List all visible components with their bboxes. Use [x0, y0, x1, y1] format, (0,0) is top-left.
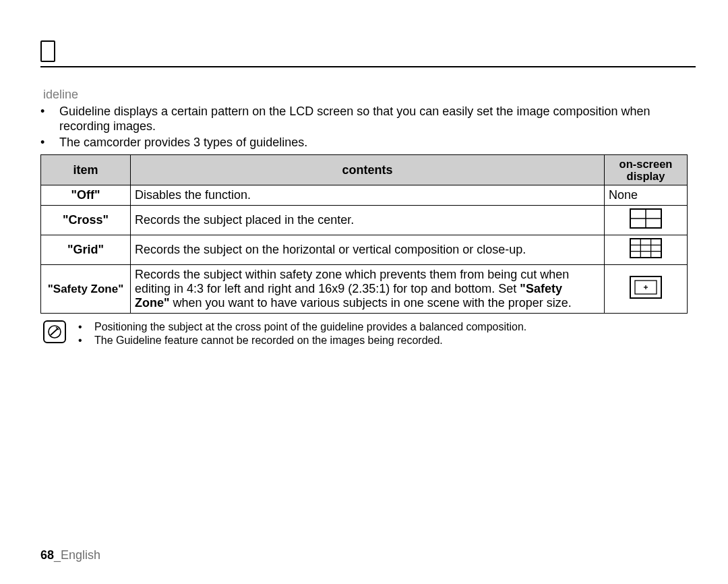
safety-zone-icon	[630, 276, 662, 299]
note-item: • Positioning the subject at the cross p…	[78, 320, 526, 334]
intro-item: • The camcorder provides 3 types of guid…	[40, 136, 696, 150]
intro-item: • Guideline displays a certain pattern o…	[40, 105, 696, 134]
note-text: Positioning the subject at the cross poi…	[94, 320, 526, 334]
bullet-icon: •	[40, 136, 59, 150]
table-row: "Safety Zone" Records the subject within…	[41, 265, 688, 314]
intro-list: • Guideline displays a certain pattern o…	[40, 105, 696, 150]
note-text: The Guideline feature cannot be recorded…	[94, 334, 443, 347]
guideline-table: item contents on-screen display "Off" Di…	[40, 154, 688, 314]
cell-contents: Records the subject placed in the center…	[131, 206, 605, 235]
intro-text: The camcorder provides 3 types of guidel…	[59, 136, 307, 150]
th-display: on-screen display	[605, 154, 688, 185]
safety-text-post: when you want to have various subjects i…	[170, 296, 572, 310]
header-mark-icon	[40, 40, 55, 62]
th-item: item	[41, 154, 131, 185]
svg-rect-3	[630, 239, 661, 258]
note-block: • Positioning the subject at the cross p…	[40, 320, 696, 347]
note-icon	[43, 320, 66, 343]
divider	[40, 66, 696, 67]
cell-contents: Disables the function.	[131, 185, 605, 206]
section-title-fragment: ideline	[43, 88, 696, 102]
note-item: • The Guideline feature cannot be record…	[78, 334, 526, 347]
th-contents: contents	[131, 154, 605, 185]
cell-item: "Grid"	[41, 235, 131, 265]
cell-display-none: None	[605, 185, 688, 206]
cell-contents: Records the subject within safety zone w…	[131, 265, 605, 314]
cell-display-safety	[605, 265, 688, 314]
grid-icon	[630, 238, 662, 258]
footer-sep: _	[54, 548, 61, 562]
table-row: "Off" Disables the function. None	[41, 185, 688, 206]
page-footer: 68_English	[40, 548, 100, 562]
safety-text-pre: Records the subject within safety zone w…	[135, 268, 569, 295]
intro-text: Guideline displays a certain pattern on …	[59, 105, 696, 134]
cross-grid-icon	[630, 208, 662, 229]
page-number: 68	[40, 548, 54, 562]
cell-item: "Safety Zone"	[41, 265, 131, 314]
table-row: "Cross" Records the subject placed in th…	[41, 206, 688, 235]
cell-display-cross	[605, 206, 688, 235]
bullet-icon: •	[40, 105, 59, 134]
bullet-icon: •	[78, 334, 94, 347]
bullet-icon: •	[78, 320, 94, 334]
cell-display-grid	[605, 235, 688, 265]
footer-language: English	[61, 548, 100, 562]
note-list: • Positioning the subject at the cross p…	[78, 320, 526, 347]
cell-item: "Cross"	[41, 206, 131, 235]
cell-contents: Records the subject on the horizontal or…	[131, 235, 605, 265]
cell-item: "Off"	[41, 185, 131, 206]
table-row: "Grid" Records the subject on the horizo…	[41, 235, 688, 265]
